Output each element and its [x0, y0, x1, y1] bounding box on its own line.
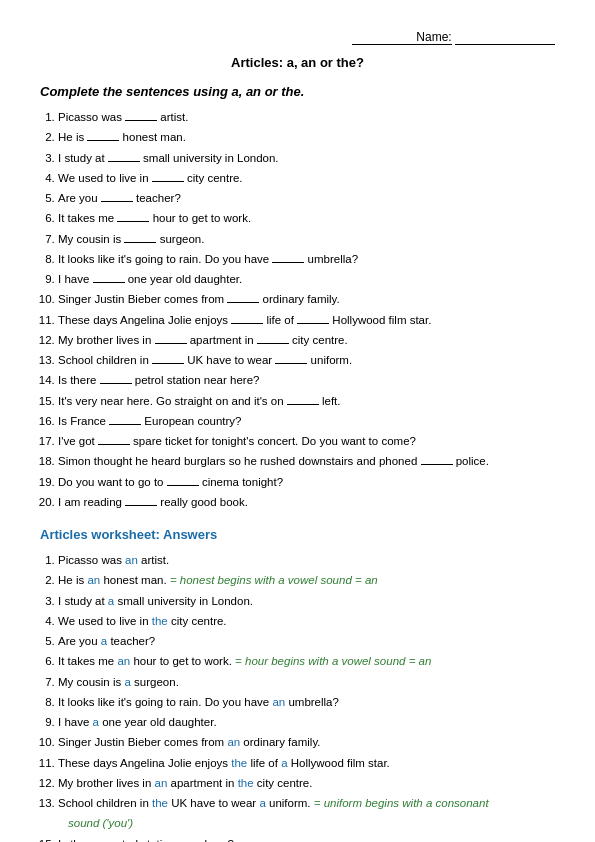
- blank: [275, 352, 307, 364]
- blank: [117, 210, 149, 222]
- list-item: My cousin is surgeon.: [58, 231, 555, 248]
- blank: [272, 251, 304, 263]
- answer-item: I study at a small university in London.: [58, 593, 555, 610]
- answer-word: the: [152, 797, 168, 809]
- answers-list: Picasso was an artist. He is an honest m…: [58, 552, 555, 842]
- blank: [109, 413, 141, 425]
- blank: [155, 332, 187, 344]
- list-item: Is France European country?: [58, 413, 555, 430]
- list-item: It takes me hour to get to work.: [58, 210, 555, 227]
- answer-word: the: [231, 757, 247, 769]
- answer-item: Are you a teacher?: [58, 633, 555, 650]
- list-item: Is there petrol station near here?: [58, 372, 555, 389]
- answer-item: Is there a petrol station near here?: [58, 836, 555, 843]
- list-item: He is honest man.: [58, 129, 555, 146]
- list-item: Picasso was artist.: [58, 109, 555, 126]
- blank: [152, 170, 184, 182]
- answer-item: We used to live in the city centre.: [58, 613, 555, 630]
- blank: [108, 150, 140, 162]
- answer-item: It looks like it's going to rain. Do you…: [58, 694, 555, 711]
- blank: [287, 393, 319, 405]
- list-item: I have one year old daughter.: [58, 271, 555, 288]
- blank: [98, 433, 130, 445]
- answer-word: a: [93, 716, 99, 728]
- blank: [93, 271, 125, 283]
- answer-word: a: [108, 595, 114, 607]
- blank: [87, 129, 119, 141]
- list-item: Singer Justin Bieber comes from ordinary…: [58, 291, 555, 308]
- answer-word: an: [117, 655, 130, 667]
- answer-item: School children in the UK have to wear a…: [58, 795, 555, 812]
- blank: [101, 190, 133, 202]
- answer-item: My cousin is a surgeon.: [58, 674, 555, 691]
- name-blank: [455, 30, 555, 45]
- answer-note: = uniform begins with a consonant: [314, 797, 489, 809]
- blank: [297, 312, 329, 324]
- list-item: It's very near here. Go straight on and …: [58, 393, 555, 410]
- continued-note: sound ('you'): [68, 817, 133, 829]
- main-title: Articles: a, an or the?: [40, 55, 555, 70]
- list-item: Simon thought he heard burglars so he ru…: [58, 453, 555, 470]
- questions-list: Picasso was artist. He is honest man. I …: [58, 109, 555, 511]
- blank: [231, 312, 263, 324]
- answer-word: an: [155, 777, 168, 789]
- answers-title: Articles worksheet: Answers: [40, 527, 555, 542]
- list-item: These days Angelina Jolie enjoys life of…: [58, 312, 555, 329]
- list-item: We used to live in city centre.: [58, 170, 555, 187]
- answer-word: a: [124, 676, 130, 688]
- answer-word: the: [152, 615, 168, 627]
- answer-item: Singer Justin Bieber comes from an ordin…: [58, 734, 555, 751]
- answer-item: My brother lives in an apartment in the …: [58, 775, 555, 792]
- list-item: School children in UK have to wear unifo…: [58, 352, 555, 369]
- answer-note: = hour begins with a vowel sound = an: [235, 655, 431, 667]
- answer-item: Picasso was an artist.: [58, 552, 555, 569]
- blank: [125, 494, 157, 506]
- answer-word: the: [238, 777, 254, 789]
- answer-item: I have a one year old daughter.: [58, 714, 555, 731]
- answer-item: It takes me an hour to get to work. = ho…: [58, 653, 555, 670]
- answer-word: an: [272, 696, 285, 708]
- name-label: Name:: [352, 30, 452, 45]
- list-item: My brother lives in apartment in city ce…: [58, 332, 555, 349]
- answer-item: These days Angelina Jolie enjoys the lif…: [58, 755, 555, 772]
- name-line: Name:: [40, 30, 555, 45]
- answer-word: an: [125, 554, 138, 566]
- answer-word: an: [227, 736, 240, 748]
- answer-word: an: [87, 574, 100, 586]
- answer-item: sound ('you'): [40, 815, 555, 832]
- blank: [421, 453, 453, 465]
- list-item: I've got spare ticket for tonight's conc…: [58, 433, 555, 450]
- blank: [152, 352, 184, 364]
- list-item: It looks like it's going to rain. Do you…: [58, 251, 555, 268]
- section1-title: Complete the sentences using a, an or th…: [40, 84, 555, 99]
- blank: [100, 372, 132, 384]
- answer-word: a: [281, 757, 287, 769]
- answer-word: a: [101, 635, 107, 647]
- blank: [257, 332, 289, 344]
- answer-word: a: [259, 797, 265, 809]
- list-item: I am reading really good book.: [58, 494, 555, 511]
- blank: [124, 231, 156, 243]
- blank: [167, 474, 199, 486]
- list-item: I study at small university in London.: [58, 150, 555, 167]
- answer-note: = honest begins with a vowel sound = an: [170, 574, 378, 586]
- answer-item: He is an honest man. = honest begins wit…: [58, 572, 555, 589]
- list-item: Are you teacher?: [58, 190, 555, 207]
- blank: [125, 109, 157, 121]
- answers-section: Articles worksheet: Answers Picasso was …: [40, 527, 555, 842]
- list-item: Do you want to go to cinema tonight?: [58, 474, 555, 491]
- blank: [227, 291, 259, 303]
- answer-word: a: [100, 838, 106, 843]
- questions-section: Complete the sentences using a, an or th…: [40, 84, 555, 511]
